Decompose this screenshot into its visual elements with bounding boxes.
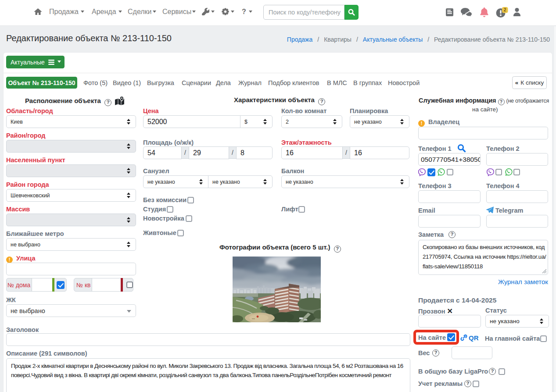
svg-text:2: 2 [504, 7, 506, 12]
